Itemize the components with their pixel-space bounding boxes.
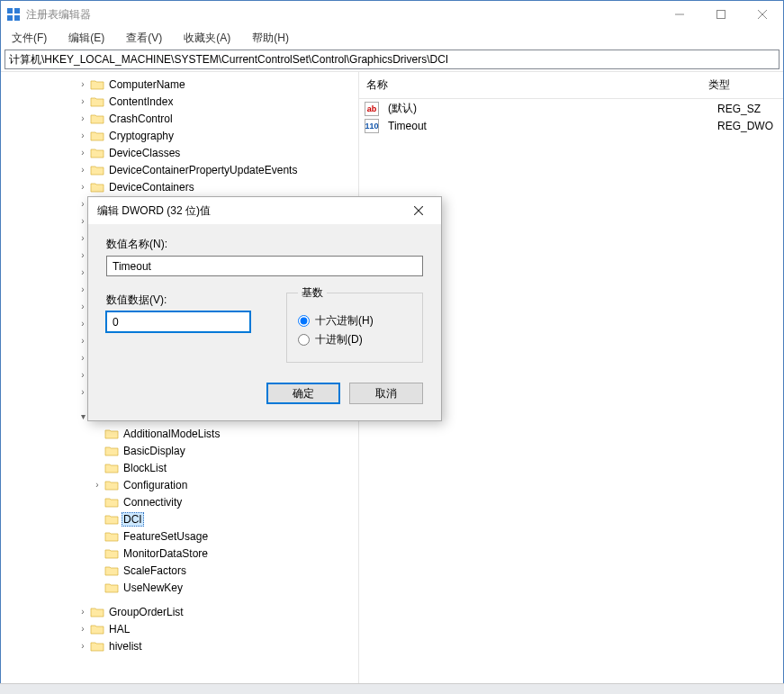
expander-icon[interactable]: › <box>77 148 89 158</box>
value-type: REG_DWO <box>710 119 780 133</box>
maximize-button[interactable] <box>700 1 742 28</box>
tree-label: BlockList <box>122 461 168 475</box>
folder-icon <box>104 547 119 560</box>
folder-icon <box>104 513 119 526</box>
address-text: 计算机\HKEY_LOCAL_MACHINE\SYSTEM\CurrentCon… <box>9 52 448 68</box>
tree-item[interactable]: DCI <box>28 510 358 527</box>
tree-item[interactable]: FeatureSetUsage <box>28 527 358 545</box>
folder-icon <box>104 428 119 440</box>
column-type[interactable]: 类型 <box>701 76 737 95</box>
expander-icon[interactable]: › <box>77 607 89 617</box>
base-legend: 基数 <box>298 285 327 301</box>
radio-hex[interactable] <box>298 315 310 327</box>
expander-icon[interactable]: › <box>77 182 89 192</box>
radio-hex-label: 十六进制(H) <box>315 313 374 329</box>
folder-icon <box>104 581 119 594</box>
dialog-close-button[interactable] <box>405 203 432 218</box>
tree-item[interactable]: ›hivelist <box>28 637 358 654</box>
value-data-label: 数值数据(V): <box>106 293 250 308</box>
svg-rect-1 <box>14 8 20 14</box>
radio-dec[interactable] <box>298 334 310 346</box>
value-name: (默认) <box>381 100 710 117</box>
menu-help[interactable]: 帮助(H) <box>247 29 294 48</box>
tree-item[interactable]: ›Configuration <box>28 476 358 493</box>
menu-view[interactable]: 查看(V) <box>121 29 167 48</box>
titlebar: 注册表编辑器 <box>1 1 783 28</box>
tree-item[interactable]: BasicDisplay <box>28 442 358 459</box>
tree-item[interactable]: ›ComputerName <box>28 76 358 93</box>
tree-label: hivelist <box>107 639 144 653</box>
app-icon <box>6 7 21 22</box>
expander-icon[interactable]: › <box>77 641 89 651</box>
menu-file[interactable]: 文件(F) <box>6 29 52 48</box>
radio-dec-row[interactable]: 十进制(D) <box>298 332 411 347</box>
tree-item[interactable]: BlockList <box>28 459 358 476</box>
minimize-button[interactable] <box>659 1 700 28</box>
dialog-titlebar: 编辑 DWORD (32 位)值 <box>88 197 441 224</box>
edit-dword-dialog: 编辑 DWORD (32 位)值 数值名称(N): 数值数据(V): 基数 十六… <box>87 196 442 421</box>
tree-item[interactable]: ›DeviceContainers <box>28 178 358 195</box>
expander-icon[interactable]: › <box>77 79 89 89</box>
tree-item[interactable]: ScaleFactors <box>28 562 358 579</box>
tree-label: UseNewKey <box>122 581 185 595</box>
taskbar <box>0 683 784 694</box>
tree-label: Connectivity <box>122 495 184 509</box>
tree-item[interactable]: UseNewKey <box>28 579 358 596</box>
tree-label: GroupOrderList <box>107 605 185 619</box>
tree-item[interactable]: ›DeviceClasses <box>28 144 358 161</box>
tree-item[interactable]: ›HAL <box>28 620 358 637</box>
tree-label: DCI <box>122 512 144 527</box>
expander-icon[interactable]: › <box>77 113 89 123</box>
svg-rect-0 <box>7 8 13 14</box>
value-icon: ab <box>365 102 379 116</box>
expander-icon[interactable]: › <box>77 96 89 106</box>
cancel-button[interactable]: 取消 <box>349 383 423 404</box>
tree-label: BasicDisplay <box>122 444 187 458</box>
tree-item[interactable]: ›DeviceContainerPropertyUpdateEvents <box>28 161 358 178</box>
column-name[interactable]: 名称 <box>359 76 701 95</box>
folder-icon <box>90 640 104 653</box>
value-name-input[interactable] <box>106 256 423 276</box>
tree-item[interactable]: ›Cryptography <box>28 127 358 144</box>
folder-icon <box>104 445 119 457</box>
folder-icon <box>104 479 119 491</box>
tree-label: DeviceClasses <box>107 146 182 160</box>
radio-hex-row[interactable]: 十六进制(H) <box>298 313 411 329</box>
expander-icon[interactable]: › <box>91 480 104 490</box>
tree-item[interactable]: MonitorDataStore <box>28 545 358 562</box>
list-row[interactable]: 110TimeoutREG_DWO <box>359 118 783 134</box>
folder-icon <box>104 530 119 543</box>
folder-icon <box>90 164 104 176</box>
tree-label: Cryptography <box>107 129 176 143</box>
tree-label: FeatureSetUsage <box>122 529 210 544</box>
tree-label: Configuration <box>122 478 189 492</box>
dialog-title-text: 编辑 DWORD (32 位)值 <box>97 203 211 219</box>
window-controls <box>659 1 783 28</box>
list-header: 名称 类型 <box>359 72 783 99</box>
value-name: Timeout <box>381 119 710 133</box>
tree-item[interactable]: ›ContentIndex <box>28 93 358 110</box>
tree-label: ComputerName <box>107 77 187 92</box>
close-button[interactable] <box>742 1 783 28</box>
menu-favorites[interactable]: 收藏夹(A) <box>178 29 236 48</box>
folder-icon <box>90 113 104 125</box>
tree-label: ContentIndex <box>107 95 175 109</box>
svg-rect-5 <box>717 11 725 19</box>
tree-item[interactable]: ›GroupOrderList <box>28 603 358 620</box>
address-bar[interactable]: 计算机\HKEY_LOCAL_MACHINE\SYSTEM\CurrentCon… <box>5 50 779 69</box>
value-data-input[interactable] <box>106 311 250 332</box>
folder-icon <box>104 462 119 474</box>
expander-icon[interactable]: › <box>77 624 89 634</box>
tree-item[interactable]: ›CrashControl <box>28 110 358 127</box>
expander-icon[interactable]: › <box>77 131 89 140</box>
menu-edit[interactable]: 编辑(E) <box>63 29 110 48</box>
folder-icon <box>90 181 104 194</box>
ok-button[interactable]: 确定 <box>266 383 340 404</box>
expander-icon[interactable]: › <box>77 165 89 175</box>
tree-item[interactable]: Connectivity <box>28 493 358 510</box>
tree-label: ScaleFactors <box>122 563 188 578</box>
tree-item[interactable]: AdditionalModeLists <box>28 425 358 442</box>
list-row[interactable]: ab(默认)REG_SZ <box>359 99 783 118</box>
tree-label: DeviceContainers <box>107 180 196 194</box>
base-fieldset: 基数 十六进制(H) 十进制(D) <box>286 285 423 363</box>
